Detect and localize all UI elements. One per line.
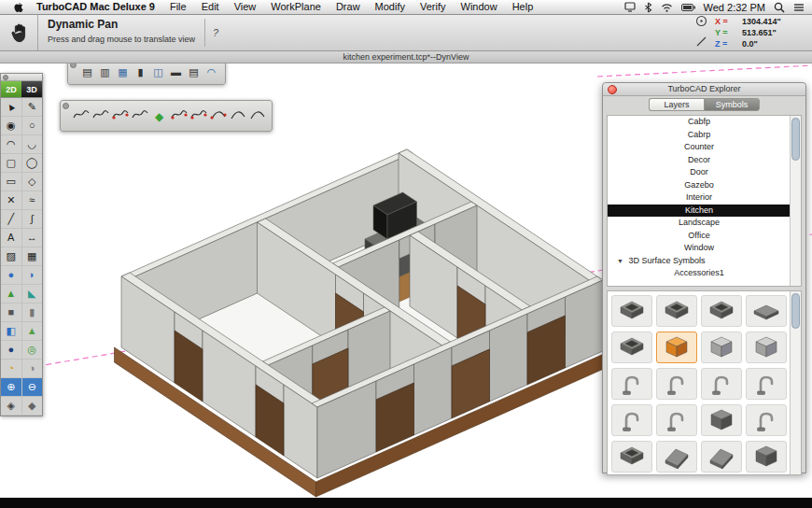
symbol-faucet-lever[interactable] [745,366,789,402]
section-3d-surface-symbols[interactable]: ▼ 3D Surface Symbols [608,255,791,268]
palette-close-icon[interactable] [3,75,8,80]
spotlight-icon[interactable] [774,2,785,13]
angle-readout-icon[interactable] [695,14,707,31]
active-tool-cell[interactable] [0,15,38,50]
circle-center-tool[interactable]: ◉ [1,117,21,134]
torus-tool[interactable]: ◎ [21,341,43,359]
erase-tool[interactable]: ✕ [1,191,21,209]
display-icon[interactable] [624,2,636,12]
line-tool[interactable]: ╱ [1,210,21,228]
symbol-sink-grate-2[interactable] [700,293,744,329]
disclosure-triangle-icon[interactable]: ▼ [617,258,623,264]
revolve-tool[interactable]: ◔ [1,360,21,377]
menu-window[interactable]: Window [454,0,505,14]
curve-length-tool[interactable] [247,106,267,126]
category-cabfp[interactable]: Cabfp [608,116,791,129]
symbol-faucet-tall[interactable] [609,402,653,438]
rounded-rect-tool[interactable]: ▢ [1,154,21,172]
closed-spline-tool[interactable] [130,106,149,126]
tab-symbols[interactable]: Symbols [704,98,760,111]
menu-edit[interactable]: Edit [194,0,227,14]
symbol-sink-basin[interactable] [609,330,653,365]
sphere-dark-tool[interactable]: ● [1,341,21,359]
category-door[interactable]: Door [608,166,791,179]
help-indicator[interactable]: ? [205,27,226,38]
category-decor[interactable]: Decor [608,154,791,167]
text-tool[interactable]: A [1,229,21,247]
column-tool[interactable]: ▮ [132,64,149,80]
symbol-hood-wedge[interactable] [654,439,698,474]
category-kitchen[interactable]: Kitchen [608,205,791,218]
dimension-tool[interactable]: ↔ [21,229,43,247]
zoom-in-tool[interactable]: ⊕ [1,378,21,396]
explorer-title-bar[interactable]: TurboCAD Explorer [603,83,805,96]
category-cabrp[interactable]: Cabrp [608,129,791,142]
tab-layers[interactable]: Layers [649,98,704,111]
sphere-tool[interactable]: ● [1,266,21,284]
symbol-faucet-wall[interactable] [745,402,789,438]
menu-verify[interactable]: Verify [413,0,454,14]
cube-view-tool[interactable]: ◆ [21,397,43,415]
slab-tool[interactable]: ▬ [167,64,185,80]
iso-view-tool[interactable]: ◈ [1,397,21,415]
box-tool[interactable]: ■ [1,303,21,321]
mode-3d-button[interactable]: 3D [21,81,42,97]
menu-file[interactable]: File [162,0,194,14]
notification-center-icon[interactable] [793,3,805,12]
category-scrollbar[interactable] [790,116,801,286]
bezier-tool[interactable] [91,106,110,126]
symbol-scrollbar[interactable] [790,291,801,474]
ellipse-tool[interactable]: ◯ [21,154,43,172]
category-counter[interactable]: Counter [608,141,791,154]
construction-line-2[interactable] [597,65,812,77]
symbol-cabinet-tall[interactable] [700,330,744,365]
extrude-tool[interactable]: ◧ [1,322,21,340]
document-title-bar[interactable]: kitchen experiment.tcp*--DynView [0,51,812,64]
zoom-out-tool[interactable]: ⊖ [21,378,43,396]
symbol-sink-double[interactable] [654,293,698,329]
symbol-sink-flat[interactable] [745,293,789,329]
polygon-tool[interactable]: ◇ [21,173,43,190]
prism-tool[interactable]: ▲ [1,285,21,303]
symbol-faucet-pair[interactable] [700,366,744,402]
roof-tool[interactable]: ◠ [203,64,220,80]
spline-tool[interactable] [71,106,91,126]
symbol-trash-compactor[interactable] [700,402,744,438]
arc-curve-tool[interactable] [208,106,228,126]
wedge-tool[interactable]: ◣ [21,285,43,303]
symbol-set-accessories1[interactable]: Accessories1 [608,267,791,280]
symbol-base-cabinet[interactable] [654,330,698,365]
symbol-faucet-spray[interactable] [654,402,698,438]
category-gazebo[interactable]: Gazebo [608,179,791,192]
menu-view[interactable]: View [227,0,264,14]
symbol-sink-grate[interactable] [609,293,653,329]
menu-workplane[interactable]: WorkPlane [263,0,329,14]
house-model[interactable] [115,149,610,497]
wifi-icon[interactable] [661,3,673,12]
category-window[interactable]: Window [608,242,791,255]
curve-handles-tool[interactable] [189,106,208,126]
palette-grip[interactable] [1,74,42,81]
hemisphere-tool[interactable]: ◗ [21,266,43,284]
toolbar-close-icon[interactable] [63,103,69,109]
hatch-tool[interactable]: ▨ [1,247,21,265]
spline-by-points-tool[interactable] [110,106,130,126]
symbol-faucet-arc[interactable] [609,366,653,402]
sweep-tool[interactable]: ◑ [21,360,43,377]
menu-modify[interactable]: Modify [368,0,413,14]
menu-help[interactable]: Help [505,0,541,14]
symbol-sink-block[interactable] [745,439,789,474]
select-tool[interactable]: ▲ [1,98,21,116]
category-office[interactable]: Office [608,230,791,243]
wall-tool[interactable]: ▤ [78,64,96,80]
convert-curve-tool[interactable]: ◆ [149,106,169,126]
apple-menu[interactable] [7,1,29,13]
fill-tool[interactable]: ▦ [21,247,43,265]
slope-readout-icon[interactable] [695,35,707,51]
symbol-cabinet-hamper[interactable] [745,330,789,365]
arc-end-tool[interactable]: ◡ [21,135,43,153]
polyline-tool[interactable]: ∫ [21,210,43,228]
battery-icon[interactable] [681,4,695,11]
category-interior[interactable]: Interior [608,191,791,205]
scrollbar-thumb[interactable] [791,118,800,161]
